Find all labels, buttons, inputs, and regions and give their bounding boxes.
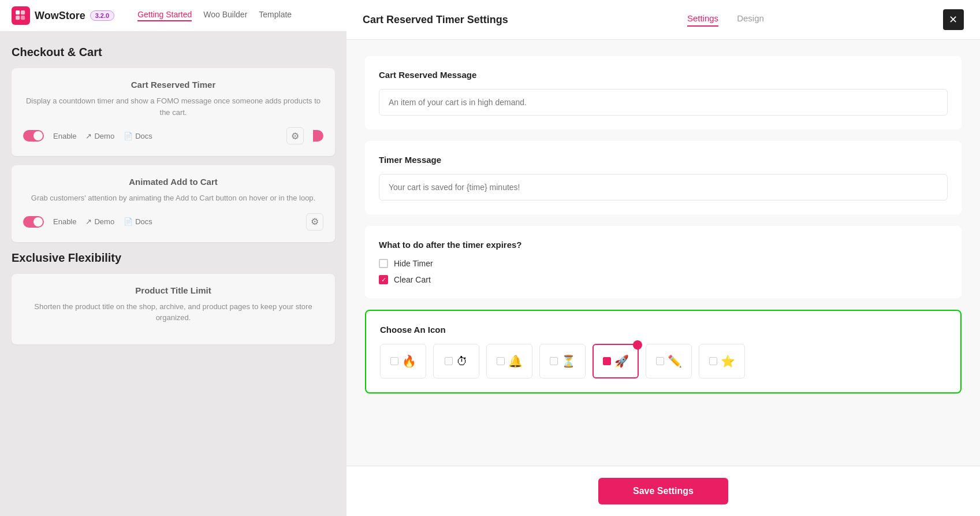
card3-desc: Shorten the product title on the shop, a… [23,301,323,324]
icon-chooser-section: Choose An Icon 🔥 ⏱ 🔔 [365,310,962,394]
hide-timer-option[interactable]: Hide Timer [379,259,948,268]
timer-icon: ⏱ [456,355,468,368]
icon-checkbox-bell [497,357,505,365]
card1-toggle[interactable] [23,130,44,142]
icon-option-pencil[interactable]: ✏️ [646,344,692,378]
svg-rect-0 [16,10,20,14]
card2-docs-link[interactable]: 📄 Docs [124,217,152,226]
cart-reserved-message-title: Cart Reserved Message [379,70,948,80]
card2-title: Animated Add to Cart [23,177,323,187]
nav-template[interactable]: Template [259,10,292,21]
card1-title: Cart Reserved Timer [23,80,323,90]
hourglass-icon: ⏳ [561,354,576,368]
navbar-logo: WowStore 3.2.0 [12,6,114,25]
external-link-icon: ↗ [85,132,92,140]
partial-toggle-right [313,130,323,142]
card1-actions: Enable ↗ Demo 📄 Docs ⚙ [23,127,323,144]
product-title-limit-card: Product Title Limit Shorten the product … [12,274,335,344]
card2-enable-label: Enable [53,217,76,226]
card2-toggle[interactable] [23,216,44,228]
svg-rect-2 [16,16,20,20]
icon-chooser-title: Choose An Icon [380,325,947,335]
section2-title: Exclusive Flexibility [12,251,335,265]
icon-option-bell[interactable]: 🔔 [486,344,532,378]
cart-reserved-message-input[interactable] [379,89,948,116]
version-badge: 3.2.0 [90,10,114,21]
card3-title: Product Title Limit [23,285,323,295]
modal-header: Cart Reserved Timer Settings Settings De… [346,0,980,40]
card1-desc: Display a countdown timer and show a FOM… [23,95,323,118]
section1-title: Checkout & Cart [12,46,335,59]
hide-timer-checkbox[interactable] [379,259,388,268]
modal-footer: Save Settings [346,466,980,516]
bell-icon: 🔔 [508,354,523,368]
svg-rect-3 [21,16,25,20]
clear-cart-label: Clear Cart [394,275,431,284]
clear-cart-checkbox[interactable]: ✓ [379,275,388,284]
animated-add-to-cart-card: Animated Add to Cart Grab customers' att… [12,165,335,242]
docs-icon: 📄 [124,132,133,140]
icon-checkbox-rocket [603,357,611,365]
navbar: WowStore 3.2.0 Getting Started Woo Build… [0,0,346,32]
timer-message-title: Timer Message [379,155,948,165]
nav-getting-started[interactable]: Getting Started [137,10,192,21]
docs-icon2: 📄 [124,217,133,226]
modal-close-button[interactable]: ✕ [943,9,964,30]
star-icon: ⭐ [721,354,735,368]
icon-option-rocket[interactable]: 🚀 [593,344,639,378]
icon-option-hourglass[interactable]: ⏳ [539,344,586,378]
hide-timer-label: Hide Timer [394,259,433,268]
timer-expires-options: Hide Timer ✓ Clear Cart [379,259,948,284]
logo-icon [12,6,30,25]
card2-demo-link[interactable]: ↗ Demo [85,217,114,226]
card2-actions: Enable ↗ Demo 📄 Docs ⚙ [23,213,323,231]
nav-woo-builder[interactable]: Woo Builder [203,10,247,21]
card1-docs-link[interactable]: 📄 Docs [124,132,152,140]
icon-grid: 🔥 ⏱ 🔔 ⏳ [380,344,947,378]
icon-option-fire[interactable]: 🔥 [380,344,426,378]
icon-checkbox-timer [445,357,453,365]
timer-message-section: Timer Message [365,141,962,214]
tab-settings[interactable]: Settings [687,13,718,27]
icon-checkbox-star [709,357,717,365]
icon-checkbox-hourglass [550,357,558,365]
timer-expires-title: What to do after the timer expires? [379,240,948,250]
left-content: Checkout & Cart Cart Reserved Timer Disp… [0,32,346,367]
card2-settings-btn[interactable]: ⚙ [306,213,323,231]
svg-rect-1 [21,10,25,14]
modal-body: Cart Reserved Message Timer Message What… [346,40,980,466]
card1-enable-label: Enable [53,132,76,140]
card2-desc: Grab customers' attention by animating t… [23,192,323,204]
modal-overlay: Cart Reserved Timer Settings Settings De… [346,0,980,516]
card1-settings-btn[interactable]: ⚙ [286,127,304,144]
external-link-icon2: ↗ [85,217,92,226]
fire-icon: 🔥 [402,354,416,368]
timer-message-input[interactable] [379,174,948,201]
rocket-icon: 🚀 [614,354,629,368]
icon-option-timer[interactable]: ⏱ [433,344,479,378]
modal-tabs: Settings Design [687,13,764,27]
icon-checkbox-pencil [656,357,664,365]
navbar-links: Getting Started Woo Builder Template [137,10,292,21]
tab-design[interactable]: Design [737,13,764,27]
icon-checkbox-fire [390,357,398,365]
cart-reserved-message-section: Cart Reserved Message [365,56,962,129]
pencil-icon: ✏️ [668,354,682,368]
clear-cart-option[interactable]: ✓ Clear Cart [379,275,948,284]
cart-reserved-timer-card: Cart Reserved Timer Display a countdown … [12,68,335,156]
card1-demo-link[interactable]: ↗ Demo [85,132,114,140]
save-settings-button[interactable]: Save Settings [598,478,728,504]
logo-text: WowStore [35,10,85,22]
modal-title: Cart Reserved Timer Settings [363,14,508,26]
icon-option-star[interactable]: ⭐ [699,344,745,378]
timer-expires-section: What to do after the timer expires? Hide… [365,226,962,298]
